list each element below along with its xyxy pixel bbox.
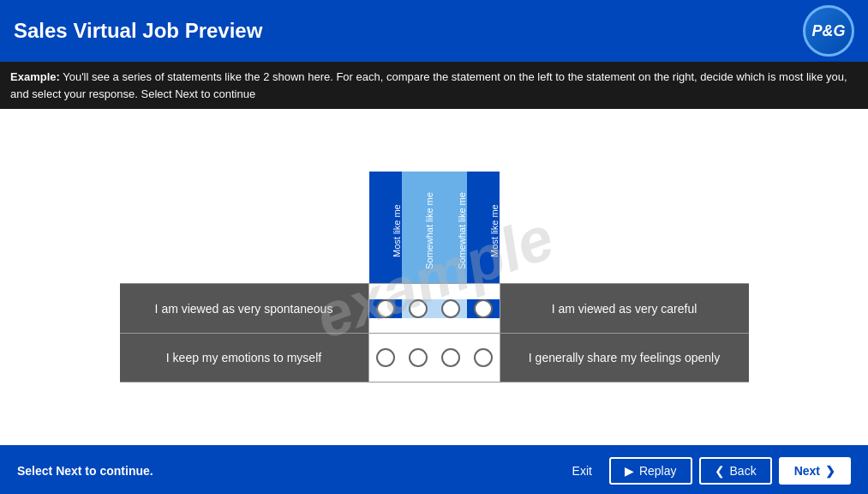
radio-cell-0-2[interactable]	[434, 299, 467, 318]
exit-label: Exit	[572, 464, 592, 478]
row1-radios	[368, 334, 500, 382]
radio-cell-0-3[interactable]	[467, 299, 500, 318]
question-table: Most like me Somewhat like me Somewhat l…	[120, 172, 749, 383]
col-header-3: Most like me	[467, 172, 500, 283]
radio-button[interactable]	[376, 348, 395, 367]
back-button[interactable]: ❮ Back	[699, 457, 772, 485]
footer-instruction: Select Next to continue.	[17, 464, 153, 478]
instructions-text: You'll see a series of statements like t…	[10, 70, 847, 100]
row0-radios	[368, 284, 500, 333]
row1-left: I keep my emotions to myself	[120, 334, 368, 382]
radio-cell-0-1[interactable]	[402, 299, 434, 318]
radio-button[interactable]	[409, 299, 428, 318]
col-header-0: Most like me	[369, 172, 402, 283]
radio-button[interactable]	[409, 348, 428, 367]
radio-cell-1-1[interactable]	[402, 348, 434, 367]
radio-button[interactable]	[474, 299, 493, 318]
replay-button[interactable]: ▶ Replay	[609, 457, 692, 485]
row0-left: I am viewed as very spontaneous	[120, 284, 368, 333]
footer-buttons: Exit ▶ Replay ❮ Back Next ❯	[562, 457, 851, 485]
col-header-2: Somewhat like me	[434, 172, 467, 283]
column-headers: Most like me Somewhat like me Somewhat l…	[120, 172, 749, 283]
radio-cell-0-0[interactable]	[369, 299, 402, 318]
radio-button[interactable]	[474, 348, 493, 367]
back-label: Back	[730, 464, 757, 478]
col-headers-group: Most like me Somewhat like me Somewhat l…	[369, 172, 500, 283]
table-row: I keep my emotions to myself I generally…	[120, 333, 749, 383]
pg-logo: P&G	[803, 5, 854, 57]
row1-right: I generally share my feelings openly	[500, 334, 749, 382]
radio-cell-1-0[interactable]	[369, 348, 402, 367]
exit-button[interactable]: Exit	[562, 459, 602, 483]
radio-button[interactable]	[441, 299, 460, 318]
app-title: Sales Virtual Job Preview	[14, 19, 262, 43]
back-arrow-icon: ❮	[715, 464, 725, 478]
row0-right: I am viewed as very careful	[500, 284, 749, 333]
radio-button[interactable]	[376, 299, 395, 318]
radio-cell-1-2[interactable]	[434, 348, 467, 367]
table-row: I am viewed as very spontaneous I am vie…	[120, 283, 749, 333]
col-header-1: Somewhat like me	[402, 172, 434, 283]
play-icon: ▶	[625, 464, 634, 478]
footer: Select Next to continue. Exit ▶ Replay ❮…	[0, 445, 868, 494]
instructions-bar: Example: You'll see a series of statemen…	[0, 62, 868, 109]
radio-button[interactable]	[441, 348, 460, 367]
replay-label: Replay	[639, 464, 677, 478]
next-arrow-icon: ❯	[825, 464, 835, 478]
radio-cell-1-3[interactable]	[467, 348, 500, 367]
header: Sales Virtual Job Preview P&G	[0, 0, 868, 62]
main-content: example Most like me Somewhat like me So…	[0, 109, 868, 445]
next-button[interactable]: Next ❯	[779, 457, 851, 485]
instructions-prefix: Example:	[10, 70, 60, 83]
next-label: Next	[794, 464, 820, 478]
